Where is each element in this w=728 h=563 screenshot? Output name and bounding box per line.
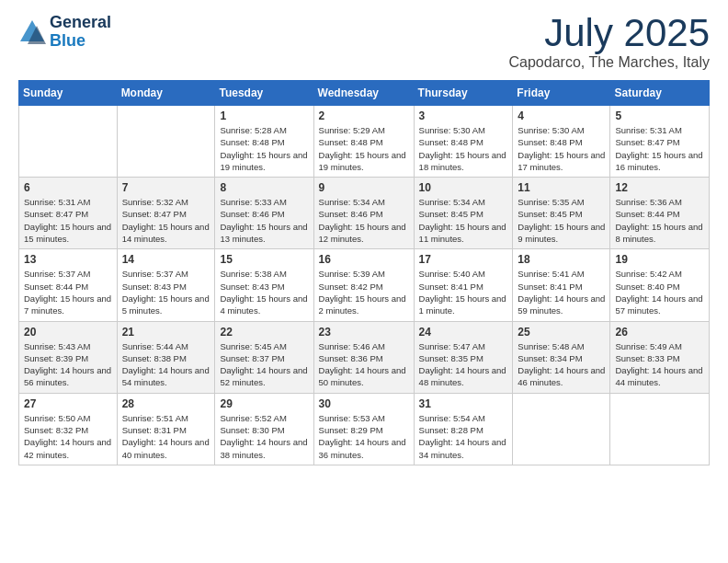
- calendar-cell: 24Sunrise: 5:47 AMSunset: 8:35 PMDayligh…: [414, 321, 513, 393]
- col-saturday: Saturday: [610, 81, 710, 106]
- day-number: 1: [220, 109, 308, 122]
- calendar-cell: 11Sunrise: 5:35 AMSunset: 8:45 PMDayligh…: [513, 178, 610, 249]
- day-info: Sunrise: 5:36 AMSunset: 8:44 PMDaylight:…: [615, 196, 704, 245]
- header: General Blue July 2025 Capodarco, The Ma…: [18, 14, 710, 71]
- calendar-cell: 9Sunrise: 5:34 AMSunset: 8:46 PMDaylight…: [313, 178, 414, 249]
- day-info: Sunrise: 5:37 AMSunset: 8:43 PMDaylight:…: [122, 268, 210, 316]
- day-info: Sunrise: 5:35 AMSunset: 8:45 PMDaylight:…: [518, 196, 605, 245]
- calendar-cell: 6Sunrise: 5:31 AMSunset: 8:47 PMDaylight…: [19, 178, 118, 249]
- calendar-cell: 17Sunrise: 5:40 AMSunset: 8:41 PMDayligh…: [414, 249, 513, 321]
- day-info: Sunrise: 5:38 AMSunset: 8:43 PMDaylight:…: [220, 268, 308, 316]
- calendar-cell: 21Sunrise: 5:44 AMSunset: 8:38 PMDayligh…: [117, 321, 215, 393]
- day-number: 10: [419, 181, 508, 194]
- day-number: 12: [615, 181, 704, 194]
- day-number: 22: [220, 326, 308, 339]
- calendar-cell: 31Sunrise: 5:54 AMSunset: 8:28 PMDayligh…: [414, 393, 513, 465]
- calendar-cell: 19Sunrise: 5:42 AMSunset: 8:40 PMDayligh…: [610, 249, 710, 321]
- day-number: 8: [220, 181, 308, 194]
- calendar-cell: 20Sunrise: 5:43 AMSunset: 8:39 PMDayligh…: [19, 321, 118, 393]
- day-number: 18: [518, 253, 605, 266]
- calendar-cell: 29Sunrise: 5:52 AMSunset: 8:30 PMDayligh…: [215, 393, 313, 465]
- day-info: Sunrise: 5:40 AMSunset: 8:41 PMDaylight:…: [419, 268, 508, 316]
- day-number: 31: [419, 397, 508, 410]
- day-number: 15: [220, 253, 308, 266]
- calendar-cell: [610, 393, 710, 465]
- calendar-week-4: 27Sunrise: 5:50 AMSunset: 8:32 PMDayligh…: [19, 393, 710, 465]
- day-number: 27: [24, 397, 112, 410]
- day-info: Sunrise: 5:48 AMSunset: 8:34 PMDaylight:…: [518, 340, 605, 389]
- day-info: Sunrise: 5:51 AMSunset: 8:31 PMDaylight:…: [122, 412, 210, 461]
- day-info: Sunrise: 5:54 AMSunset: 8:28 PMDaylight:…: [419, 412, 508, 461]
- day-number: 29: [220, 397, 308, 410]
- day-info: Sunrise: 5:30 AMSunset: 8:48 PMDaylight:…: [419, 124, 508, 173]
- calendar-body: 1Sunrise: 5:28 AMSunset: 8:48 PMDaylight…: [19, 106, 710, 465]
- calendar-cell: 25Sunrise: 5:48 AMSunset: 8:34 PMDayligh…: [513, 321, 610, 393]
- calendar-week-1: 6Sunrise: 5:31 AMSunset: 8:47 PMDaylight…: [19, 178, 710, 249]
- day-info: Sunrise: 5:42 AMSunset: 8:40 PMDaylight:…: [615, 268, 704, 316]
- title-block: July 2025 Capodarco, The Marches, Italy: [509, 14, 710, 71]
- calendar-week-3: 20Sunrise: 5:43 AMSunset: 8:39 PMDayligh…: [19, 321, 710, 393]
- header-row: Sunday Monday Tuesday Wednesday Thursday…: [19, 81, 710, 106]
- page: General Blue July 2025 Capodarco, The Ma…: [0, 0, 728, 563]
- day-number: 2: [319, 109, 409, 122]
- calendar-cell: 26Sunrise: 5:49 AMSunset: 8:33 PMDayligh…: [610, 321, 710, 393]
- col-monday: Monday: [117, 81, 215, 106]
- col-thursday: Thursday: [414, 81, 513, 106]
- logo: General Blue: [18, 14, 111, 51]
- calendar-cell: 23Sunrise: 5:46 AMSunset: 8:36 PMDayligh…: [313, 321, 414, 393]
- day-number: 5: [615, 109, 704, 122]
- calendar-cell: [513, 393, 610, 465]
- day-number: 9: [319, 181, 409, 194]
- day-number: 28: [122, 397, 210, 410]
- day-info: Sunrise: 5:45 AMSunset: 8:37 PMDaylight:…: [220, 340, 308, 389]
- logo-general: General: [50, 14, 111, 32]
- day-info: Sunrise: 5:30 AMSunset: 8:48 PMDaylight:…: [518, 124, 605, 173]
- calendar-week-0: 1Sunrise: 5:28 AMSunset: 8:48 PMDaylight…: [19, 106, 710, 178]
- day-info: Sunrise: 5:43 AMSunset: 8:39 PMDaylight:…: [24, 340, 112, 389]
- day-number: 17: [419, 253, 508, 266]
- day-info: Sunrise: 5:29 AMSunset: 8:48 PMDaylight:…: [319, 124, 409, 173]
- col-friday: Friday: [513, 81, 610, 106]
- col-sunday: Sunday: [19, 81, 118, 106]
- day-number: 20: [24, 326, 112, 339]
- day-number: 21: [122, 326, 210, 339]
- calendar-cell: 1Sunrise: 5:28 AMSunset: 8:48 PMDaylight…: [215, 106, 313, 178]
- calendar-cell: 4Sunrise: 5:30 AMSunset: 8:48 PMDaylight…: [513, 106, 610, 178]
- calendar-cell: 27Sunrise: 5:50 AMSunset: 8:32 PMDayligh…: [19, 393, 118, 465]
- calendar-cell: 7Sunrise: 5:32 AMSunset: 8:47 PMDaylight…: [117, 178, 215, 249]
- day-number: 23: [319, 326, 409, 339]
- calendar-cell: 22Sunrise: 5:45 AMSunset: 8:37 PMDayligh…: [215, 321, 313, 393]
- day-info: Sunrise: 5:32 AMSunset: 8:47 PMDaylight:…: [122, 196, 210, 245]
- calendar-week-2: 13Sunrise: 5:37 AMSunset: 8:44 PMDayligh…: [19, 249, 710, 321]
- day-number: 26: [615, 326, 704, 339]
- day-info: Sunrise: 5:49 AMSunset: 8:33 PMDaylight:…: [615, 340, 704, 389]
- calendar-cell: 10Sunrise: 5:34 AMSunset: 8:45 PMDayligh…: [414, 178, 513, 249]
- day-number: 24: [419, 326, 508, 339]
- month-title: July 2025: [509, 14, 710, 52]
- day-info: Sunrise: 5:46 AMSunset: 8:36 PMDaylight:…: [319, 340, 409, 389]
- calendar-cell: 5Sunrise: 5:31 AMSunset: 8:47 PMDaylight…: [610, 106, 710, 178]
- day-number: 6: [24, 181, 112, 194]
- calendar-cell: [19, 106, 118, 178]
- day-info: Sunrise: 5:50 AMSunset: 8:32 PMDaylight:…: [24, 412, 112, 461]
- calendar-cell: [117, 106, 215, 178]
- logo-text: General Blue: [50, 14, 111, 51]
- calendar-cell: 14Sunrise: 5:37 AMSunset: 8:43 PMDayligh…: [117, 249, 215, 321]
- day-number: 4: [518, 109, 605, 122]
- col-wednesday: Wednesday: [313, 81, 414, 106]
- calendar-cell: 8Sunrise: 5:33 AMSunset: 8:46 PMDaylight…: [215, 178, 313, 249]
- calendar-cell: 13Sunrise: 5:37 AMSunset: 8:44 PMDayligh…: [19, 249, 118, 321]
- calendar-header: Sunday Monday Tuesday Wednesday Thursday…: [19, 81, 710, 106]
- calendar-cell: 2Sunrise: 5:29 AMSunset: 8:48 PMDaylight…: [313, 106, 414, 178]
- day-number: 30: [319, 397, 409, 410]
- day-info: Sunrise: 5:53 AMSunset: 8:29 PMDaylight:…: [319, 412, 409, 461]
- day-number: 25: [518, 326, 605, 339]
- day-number: 16: [319, 253, 409, 266]
- calendar-cell: 30Sunrise: 5:53 AMSunset: 8:29 PMDayligh…: [313, 393, 414, 465]
- calendar-table: Sunday Monday Tuesday Wednesday Thursday…: [18, 80, 710, 465]
- calendar-cell: 18Sunrise: 5:41 AMSunset: 8:41 PMDayligh…: [513, 249, 610, 321]
- day-info: Sunrise: 5:44 AMSunset: 8:38 PMDaylight:…: [122, 340, 210, 389]
- day-info: Sunrise: 5:31 AMSunset: 8:47 PMDaylight:…: [615, 124, 704, 173]
- day-number: 7: [122, 181, 210, 194]
- day-number: 14: [122, 253, 210, 266]
